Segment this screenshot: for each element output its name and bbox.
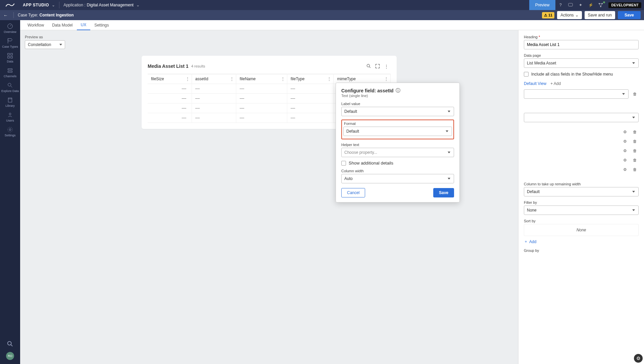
back-button[interactable]: ← <box>3 13 11 18</box>
top-bar: APP STUDIO ⌄ Application : Digital Asset… <box>0 0 644 10</box>
env-badge: DEVELOPMENT <box>608 2 641 8</box>
warning-count: 11 <box>548 13 552 17</box>
second-bar: ← Case Type: Content Ingestion ⚠ 11 Acti… <box>0 10 644 20</box>
case-type-prefix: Case Type: <box>16 13 38 17</box>
tab-settings[interactable]: Settings <box>90 20 113 20</box>
tab-ux[interactable]: UX <box>77 20 91 20</box>
warning-icon: ⚠ <box>544 13 547 17</box>
save-run-button[interactable]: Save and run <box>585 11 615 19</box>
sparkle-icon[interactable]: ✦ <box>576 0 586 10</box>
bolt-icon[interactable]: ⚡ <box>586 0 596 10</box>
pega-logo[interactable] <box>0 0 20 10</box>
chevron-down-icon: ⌄ <box>575 13 579 17</box>
studio-chevron-icon[interactable]: ⌄ <box>52 3 59 7</box>
tab-workflow[interactable]: Workflow <box>23 20 48 20</box>
save-button[interactable]: Save <box>618 11 641 19</box>
warning-badge[interactable]: ⚠ 11 <box>542 12 554 18</box>
help-icon[interactable]: ? <box>555 0 565 10</box>
app-chevron-icon[interactable]: ⌄ <box>136 3 140 7</box>
svg-rect-0 <box>568 3 573 6</box>
preview-button[interactable]: Preview <box>529 0 556 10</box>
actions-button[interactable]: Actions ⌄ <box>557 11 582 19</box>
tab-data-model[interactable]: Data Model <box>48 20 77 20</box>
app-name[interactable]: Digital Asset Management <box>86 3 136 7</box>
actions-label: Actions <box>560 13 574 17</box>
chat-icon[interactable] <box>565 0 576 10</box>
network-icon[interactable] <box>596 0 606 10</box>
case-type-name: Content Ingestion <box>38 13 73 17</box>
status-dot-icon <box>603 1 605 3</box>
studio-name[interactable]: APP STUDIO <box>20 3 52 7</box>
app-label-prefix: Application : <box>59 3 85 7</box>
